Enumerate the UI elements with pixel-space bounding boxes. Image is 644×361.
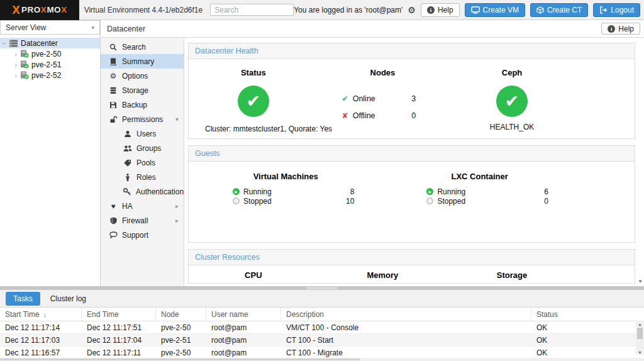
expander-icon[interactable]: › <box>11 72 20 79</box>
nav-item-pools[interactable]: Pools <box>101 155 184 170</box>
task-row[interactable]: Dec 12 11:17:14 Dec 12 11:17:51 pve-2-50… <box>0 321 644 334</box>
col-start-time[interactable]: Start Time ↓ <box>0 308 82 321</box>
proxmox-app: X PROXMOX Virtual Environment 4.4-1/eb2d… <box>0 0 644 361</box>
panel-title: Datacenter Health <box>189 43 635 59</box>
users-group-icon <box>123 145 132 152</box>
tree-item-pve-2-50[interactable]: › pve-2-50 <box>0 48 100 59</box>
scroll-down-icon[interactable]: ▼ <box>638 350 642 355</box>
health-ceph-column: Ceph ✔ HEALTH_OK <box>447 59 577 131</box>
nav-item-backup[interactable]: Backup <box>101 97 184 112</box>
offline-count: 0 <box>411 111 416 120</box>
vm-stopped-row: Stopped 10 <box>233 196 354 206</box>
task-row[interactable]: Dec 12 11:16:57 Dec 12 11:17:11 pve-2-50… <box>0 347 644 358</box>
nav-item-search[interactable]: Search <box>101 40 184 54</box>
nav-item-options[interactable]: ⚙ Options <box>101 69 184 83</box>
tasks-table: Start Time ↓ End Time Node User name Des… <box>0 308 644 358</box>
col-user-name[interactable]: User name <box>206 308 281 321</box>
scrollbar-thumb[interactable] <box>637 328 643 339</box>
stopped-label: Stopped <box>243 197 272 206</box>
tab-cluster-log[interactable]: Cluster log <box>50 294 86 303</box>
nodes-header: Nodes <box>318 68 448 77</box>
expander-icon[interactable]: › <box>11 61 20 69</box>
header-right-group: You are logged in as 'root@pam' ⚙ i Help… <box>294 3 644 17</box>
nav-item-label: Backup <box>122 101 147 109</box>
nav-item-label: Storage <box>122 86 148 95</box>
section-nav: Search Summary ⚙ Options Stora <box>101 38 184 286</box>
main-column: Datacenter i Help Search <box>101 20 644 286</box>
node-online-icon <box>20 50 29 58</box>
task-row[interactable]: Dec 12 11:17:03 Dec 12 11:17:04 pve-2-51… <box>0 334 644 347</box>
nav-item-label: Groups <box>136 144 161 153</box>
summary-content: Datacenter Health Status ✔ Nodes <box>184 38 644 286</box>
nav-item-users[interactable]: Users <box>101 126 184 141</box>
tree-item-pve-2-51[interactable]: › pve-2-51 <box>0 59 100 70</box>
guests-lxc-column: LXC Container ▶ Running 6 <box>382 162 576 206</box>
nav-item-firewall[interactable]: Firewall ▸ <box>101 213 184 228</box>
global-search-input[interactable] <box>210 4 294 16</box>
col-description[interactable]: Description <box>281 308 531 321</box>
guests-panel: Guests Virtual Machines ▶ Running <box>188 145 635 243</box>
col-end-time[interactable]: End Time <box>82 308 156 321</box>
horizontal-splitter[interactable] <box>0 286 644 290</box>
help-button[interactable]: i Help <box>421 3 460 17</box>
cluster-resources-panel: Cluster Resources CPU Memory Storage <box>188 249 635 284</box>
nav-item-permissions[interactable]: Permissions ▾ <box>101 112 184 126</box>
running-icon: ▶ <box>233 188 240 195</box>
book-icon <box>109 58 118 65</box>
nav-item-groups[interactable]: Groups <box>101 141 184 155</box>
create-vm-button[interactable]: Create VM <box>465 3 525 17</box>
expander-icon[interactable]: › <box>1 39 8 48</box>
tree-item-datacenter[interactable]: › Datacenter <box>0 38 100 48</box>
monitor-icon <box>471 6 480 14</box>
chevron-right-icon: ▸ <box>175 203 179 209</box>
online-count: 3 <box>411 94 416 103</box>
create-ct-button[interactable]: Create CT <box>530 3 588 17</box>
nav-item-label: Firewall <box>122 216 148 225</box>
lxc-running-count: 6 <box>544 187 548 196</box>
storage-header: Storage <box>447 270 577 280</box>
vm-running-count: 8 <box>350 187 355 196</box>
logout-button[interactable]: Logout <box>593 3 640 17</box>
col-status[interactable]: Status <box>531 308 644 321</box>
scroll-up-icon[interactable]: ▲ <box>638 322 642 326</box>
status-ok-icon: ✔ <box>238 86 269 117</box>
tree-item-label: Datacenter <box>21 39 58 48</box>
nav-item-authentication[interactable]: Authentication <box>101 184 184 199</box>
nav-item-summary[interactable]: Summary <box>101 54 184 69</box>
tasks-vertical-scrollbar[interactable]: ▲ ▼ <box>636 322 644 355</box>
memory-header: Memory <box>318 270 448 280</box>
nav-item-ha[interactable]: ♥ HA ▸ <box>101 199 184 213</box>
health-status-column: Status ✔ <box>189 59 318 131</box>
ceph-ok-icon: ✔ <box>496 86 528 117</box>
content-scroll-down-arrow[interactable]: ▼ <box>638 279 643 284</box>
version-text: Virtual Environment 4.4-1/eb2d6f1e <box>84 6 203 14</box>
running-label: Running <box>243 187 272 196</box>
tab-tasks[interactable]: Tasks <box>6 292 40 306</box>
info-icon: i <box>608 25 615 33</box>
offline-label: Offline <box>353 111 375 120</box>
splitter-grip[interactable] <box>307 287 337 289</box>
nav-item-storage[interactable]: Storage <box>101 83 184 97</box>
main-row: Search Summary ⚙ Options Stora <box>101 38 644 286</box>
stopped-icon <box>233 197 240 204</box>
health-nodes-column: Nodes ✔ Online 3 ✘ <box>318 59 448 131</box>
scrollbar-thumb[interactable] <box>0 358 360 360</box>
check-icon: ✔ <box>342 94 348 103</box>
proxmox-logo: X PROXMOX <box>0 0 79 20</box>
expander-icon[interactable]: › <box>11 50 20 58</box>
vm-running-row: ▶ Running 8 <box>233 187 354 196</box>
tasks-horizontal-scrollbar[interactable] <box>0 358 644 361</box>
tree-item-pve-2-52[interactable]: › pve-2-52 <box>0 70 100 81</box>
nav-item-support[interactable]: Support <box>101 228 184 242</box>
guests-vm-column: Virtual Machines ▶ Running 8 <box>189 162 382 206</box>
lxc-header: LXC Container <box>382 172 576 181</box>
user-settings-gear-icon[interactable]: ⚙ <box>408 5 416 15</box>
running-icon: ▶ <box>426 188 433 195</box>
context-help-button[interactable]: i Help <box>601 23 640 35</box>
resource-tree: › Datacenter › pve-2-50 › <box>0 35 100 81</box>
lxc-stopped-row: Stopped 0 <box>426 196 548 206</box>
nav-item-roles[interactable]: Roles <box>101 170 184 184</box>
nav-item-label: Search <box>122 43 146 52</box>
col-node[interactable]: Node <box>156 308 206 321</box>
view-selector-dropdown[interactable]: Server View ▾ <box>0 20 100 35</box>
